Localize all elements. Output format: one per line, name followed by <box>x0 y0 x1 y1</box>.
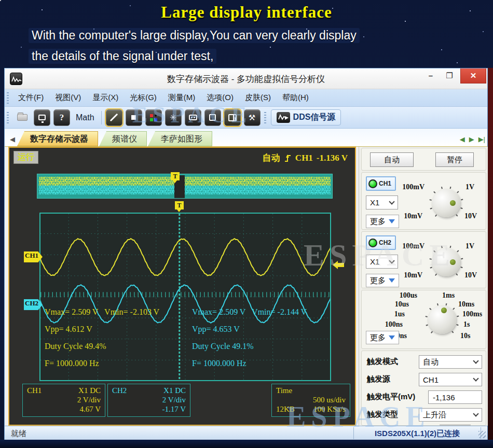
ch2-volts-knob[interactable] <box>429 245 463 279</box>
open-file-button[interactable] <box>14 109 31 126</box>
line-style-button[interactable] <box>106 109 122 126</box>
ch2-more-label: 更多 <box>370 276 386 286</box>
ch2-vmax-vmin: Vmax= 2.509 V Vmin= -2.144 V <box>192 307 337 325</box>
minimize-button[interactable]: – <box>422 68 440 83</box>
toolbar-grip[interactable] <box>7 112 9 123</box>
ch2-more-button[interactable]: 更多 <box>366 274 399 287</box>
ch2-volt-label-10v: 10V <box>464 271 477 279</box>
trigger-type-select[interactable]: 上升沿 <box>419 408 482 422</box>
split-view-button[interactable] <box>224 109 241 126</box>
menubar-grip[interactable] <box>7 92 9 104</box>
ch1-info-name: CH1 <box>27 386 42 396</box>
resize-grip-icon[interactable] <box>478 431 486 438</box>
knob-face[interactable] <box>432 189 460 217</box>
label-button[interactable] <box>185 109 201 126</box>
snapshot-button[interactable] <box>34 109 50 126</box>
ch2-vpp: Vpp= 4.653 V <box>192 325 337 342</box>
overview-trigger-marker[interactable]: T <box>171 172 180 180</box>
ch1-more-button[interactable]: 更多 <box>366 215 399 228</box>
ch2-volt-label-10mv: 10mV <box>404 271 422 279</box>
page: Large display interface With the compute… <box>0 0 493 448</box>
menu-skin[interactable]: 皮肤(S) <box>239 91 277 105</box>
menu-measure[interactable]: 测量(M) <box>162 91 201 105</box>
timebase-knob[interactable] <box>425 303 459 337</box>
ch2-enable-button[interactable]: CH2 <box>366 235 396 250</box>
time-info-box: Time 500 us/div 12KB100 KSa/s <box>271 384 350 417</box>
window-mode-button[interactable] <box>204 109 221 126</box>
triangle-down-icon <box>389 278 395 286</box>
trigger-level-input[interactable] <box>428 390 482 404</box>
close-button[interactable]: ✕ <box>460 68 486 83</box>
menu-display[interactable]: 显示(X) <box>87 91 124 105</box>
menu-cursor[interactable]: 光标(G) <box>124 91 162 105</box>
point-size-button[interactable] <box>126 109 142 126</box>
ch1-probe-select[interactable]: X1 <box>366 195 398 209</box>
ch1-volt-label-100mv: 100mV <box>402 183 424 191</box>
menu-file[interactable]: 文件(F) <box>12 91 49 105</box>
menu-view[interactable]: 视图(V) <box>49 91 87 105</box>
chevron-down-icon <box>473 411 478 416</box>
ch1-volt-label-10v: 10V <box>464 212 477 220</box>
ch2-vmin: Vmin= -2.144 V <box>252 307 307 316</box>
chevron-down-icon <box>473 358 478 363</box>
overview-ch2-band <box>39 186 331 194</box>
toolbar-grip-2[interactable] <box>264 112 266 123</box>
time-info-tdiv: 500 us/div <box>313 396 346 405</box>
ch1-volt-label-1v: 1V <box>465 183 474 191</box>
banner-title: Large display interface <box>0 3 493 22</box>
tab-lissajous[interactable]: 李萨如图形 <box>148 131 212 146</box>
photo-edge-bottom <box>0 440 493 448</box>
trigger-type-label: 触发类型 <box>367 410 398 419</box>
titlebar: 数字存储示波器 - 多功能虚拟信号分析仪 – ❐ ✕ <box>5 68 487 89</box>
ch1-vmax: Vmax= 2.509 V <box>45 307 98 316</box>
status-ready-text: 就绪 <box>11 429 26 439</box>
trigger-mode-value: 自动 <box>423 357 439 367</box>
trigger-level-marker[interactable] <box>332 259 345 271</box>
tab-prev-icon[interactable]: ◀ <box>458 135 467 146</box>
time-info-rate: 100 KSa/s <box>313 405 346 414</box>
time-label-1ms: 1ms <box>442 291 455 300</box>
trigger-mode-select[interactable]: 自动 <box>419 355 482 369</box>
trigger-level-label: 触发电平(mV) <box>367 392 415 402</box>
ch2-enable-label: CH2 <box>379 239 391 246</box>
ch1-info-offset: 4.67 V <box>79 405 101 414</box>
menu-options[interactable]: 选项(O) <box>201 91 239 105</box>
banner: Large display interface With the compute… <box>0 0 493 68</box>
tab-scroll-first-icon[interactable]: ◀ <box>8 135 17 146</box>
time-info-depth: 12KB <box>276 405 295 414</box>
tab-spectrum-analyzer[interactable]: 频谱仪 <box>99 131 147 146</box>
ch2-probe-select[interactable]: X1 <box>366 255 398 269</box>
trigger-source-select[interactable]: CH1 <box>419 373 482 386</box>
tab-oscilloscope[interactable]: 数字存储示波器 <box>17 131 98 146</box>
maximize-button[interactable]: ❐ <box>441 68 458 83</box>
math-button[interactable]: Math <box>72 111 99 124</box>
trigger-source-row: 触发源 CH1 <box>362 372 486 386</box>
overview-strip[interactable]: T <box>37 174 333 199</box>
menu-help[interactable]: 帮助(H) <box>277 91 314 105</box>
knob-face[interactable] <box>432 248 460 276</box>
timebase-more-button[interactable]: 更多 <box>366 331 399 344</box>
knob-indicator-dot <box>450 259 456 265</box>
ch1-volts-knob[interactable] <box>429 186 463 220</box>
tab-next-icon[interactable]: ▶ <box>467 135 476 146</box>
pause-button[interactable]: 暂停 <box>435 152 474 167</box>
triangle-down-icon <box>389 219 395 227</box>
tab-last-icon[interactable]: ▶| <box>476 135 487 146</box>
color-palette-button[interactable] <box>145 109 162 126</box>
toolbar: ? Math ✳ ⚒ DDS信号源 <box>5 107 487 129</box>
auto-center-button[interactable]: ✳ <box>165 109 182 126</box>
ch1-volt-label-10mv: 10mV <box>404 212 422 220</box>
stars-decoration <box>0 0 1 1</box>
plot-trigger-position-marker[interactable]: T <box>175 201 184 209</box>
ch1-enable-button[interactable]: CH1 <box>366 176 396 191</box>
overview-ch1-band <box>39 177 331 186</box>
trigger-readout-level: -1.136 V <box>317 153 348 163</box>
tabbar: ◀ 数字存储示波器 频谱仪 李萨如图形 ◀ ▶ ▶| <box>5 129 487 147</box>
color-palette-icon <box>150 114 157 121</box>
tools-button[interactable]: ⚒ <box>244 109 261 126</box>
ch1-info-vdiv: 2 V/div <box>77 396 101 405</box>
help-button[interactable]: ? <box>53 109 70 126</box>
auto-button[interactable]: 自动 <box>370 152 414 167</box>
dds-source-button[interactable]: DDS信号源 <box>271 109 341 125</box>
trigger-source-label: 触发源 <box>367 374 390 384</box>
